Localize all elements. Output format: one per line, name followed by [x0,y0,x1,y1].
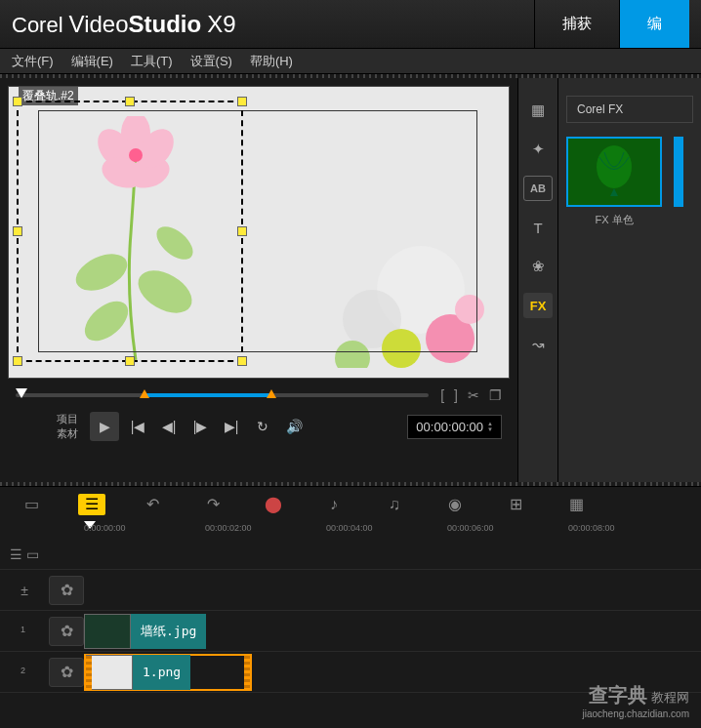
path-tab-icon[interactable]: ↝ [523,332,553,357]
version-text: X9 [207,11,235,38]
tab-capture[interactable]: 捕获 [534,0,619,48]
clip-thumbnail [86,655,133,690]
clip-flower-selected[interactable]: 1.png [84,654,252,691]
storyboard-view-button[interactable]: ▭ [18,494,45,515]
product-text: VideoStudio [69,11,202,38]
prop-icon[interactable]: ❐ [489,387,502,403]
fx-item-label: FX 单色 [566,213,662,227]
menu-edit[interactable]: 编辑(E) [71,53,113,70]
redo-button[interactable]: ↷ [199,494,227,515]
clip-wallpaper[interactable]: 墙纸.jpg [84,613,252,650]
marker-button[interactable]: ◉ [441,494,469,515]
transition-tab-icon[interactable]: ✦ [523,137,553,162]
playback-mode-labels[interactable]: 项目 素材 [57,412,78,441]
timeline-ruler[interactable]: 0:00:00:00 00:00:02:00 00:00:04:00 00:00… [0,521,701,539]
mark-out-icon[interactable]: ] [454,387,458,403]
clip-thumbnail [84,614,131,649]
prev-frame-button[interactable]: ◀| [156,414,182,439]
undo-button[interactable]: ↶ [139,494,166,515]
fx-tab-icon[interactable]: FX [523,293,553,318]
next-frame-button[interactable]: |▶ [187,414,213,439]
tab-edit[interactable]: 编 [619,0,689,48]
track-controls[interactable]: ☰ ▭ [0,546,49,562]
text-tool-icon[interactable]: T [523,215,553,240]
record-button[interactable]: ⬤ [260,494,287,515]
play-button[interactable]: ▶ [90,412,119,441]
home-button[interactable]: |◀ [125,414,150,439]
fx-category-header[interactable]: Corel FX [566,96,693,123]
track-manager-button[interactable]: ⊞ [502,494,529,515]
timecode-spinner[interactable]: ▲▼ [487,421,493,432]
repeat-button[interactable]: ↻ [250,414,275,439]
scrubber-playhead[interactable] [16,388,27,398]
mark-in-icon[interactable]: [ [440,387,444,403]
preview-panel[interactable]: 覆叠轨.#2 [8,86,510,379]
scrubber-track[interactable] [16,393,429,397]
graphic-tab-icon[interactable]: ❀ [523,254,553,279]
auto-music-button[interactable]: ♫ [381,494,408,515]
mark-out[interactable] [267,389,276,398]
media-tab-icon[interactable]: ▦ [523,98,553,123]
brand-text: Corel [12,13,63,38]
app-logo: Corel VideoStudio X9 [12,11,236,38]
cut-icon[interactable]: ✂ [468,387,479,403]
title-tab-icon[interactable]: AB [523,176,553,201]
menu-tools[interactable]: 工具(T) [131,53,173,70]
overlay-selection[interactable] [17,101,243,362]
reel-icon[interactable]: ✿ [49,617,84,646]
fx-item-partial[interactable] [674,137,683,207]
audio-mixer-button[interactable]: ♪ [320,494,348,515]
menu-help[interactable]: 帮助(H) [250,53,293,70]
balloon-icon [585,142,643,201]
fx-item-monochrome[interactable]: FX 单色 [566,137,662,227]
volume-button[interactable]: 🔊 [281,414,307,439]
reel-icon[interactable]: ✿ [49,576,84,605]
multi-view-button[interactable]: ▦ [562,494,590,515]
scrubber-range[interactable] [143,393,269,397]
clip-label: 1.png [133,655,190,690]
timecode-display[interactable]: 00:00:00:00 ▲▼ [407,415,502,439]
mark-in[interactable] [140,389,149,398]
watermark: 查字典 教程网 jiaocheng.chazidian.com [582,682,689,720]
video-track-header[interactable]: ± [0,583,49,598]
clip-label: 墙纸.jpg [131,614,206,649]
menu-file[interactable]: 文件(F) [12,53,54,70]
timeline-view-button[interactable]: ☰ [78,494,105,515]
menu-settings[interactable]: 设置(S) [190,53,232,70]
end-button[interactable]: ▶| [219,414,244,439]
reel-icon[interactable]: ✿ [49,658,84,687]
